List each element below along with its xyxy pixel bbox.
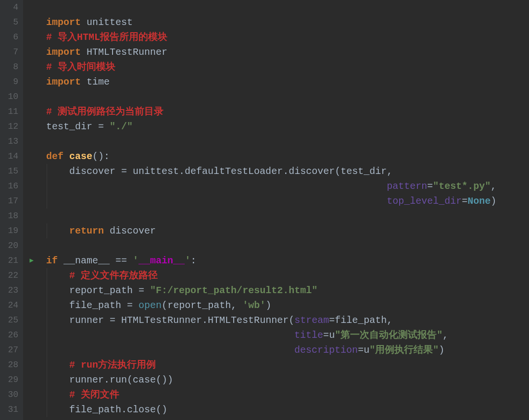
line-number: 18 xyxy=(0,209,23,223)
code-text: # 关闭文件 xyxy=(46,389,119,400)
code-line[interactable]: # 导入时间模块 xyxy=(46,60,529,74)
code-line[interactable]: runner.run(case()) xyxy=(46,372,529,387)
code-text: import time xyxy=(46,76,110,87)
line-number: 4 xyxy=(0,0,23,15)
code-line[interactable]: description=u"用例执行结果") xyxy=(46,343,529,358)
line-number: 14 xyxy=(0,149,23,164)
code-line[interactable]: # 测试用例路径为当前目录 xyxy=(46,104,529,119)
indent-guide xyxy=(47,402,47,417)
code-text: report_path = "F:/report_path/result2.ht… xyxy=(46,285,317,296)
code-text: import unittest xyxy=(46,17,133,28)
line-number: 12 xyxy=(0,119,23,134)
code-text: def case(): xyxy=(46,151,110,162)
line-number: 7 xyxy=(0,45,23,60)
line-number: 31 xyxy=(0,402,23,417)
line-number: 6 xyxy=(0,30,23,45)
indent-guide xyxy=(47,164,47,179)
indent-guide xyxy=(47,313,47,328)
line-number: 15 xyxy=(0,164,23,179)
code-line[interactable]: # run方法执行用例 xyxy=(46,358,529,372)
code-text: # run方法执行用例 xyxy=(46,359,156,371)
line-number: 21 xyxy=(0,253,23,268)
indent-guide xyxy=(47,328,47,343)
code-text: if __name__ == '__main__': xyxy=(46,255,196,266)
code-line[interactable] xyxy=(46,0,529,15)
code-text: title=u"第一次自动化测试报告", xyxy=(46,330,448,341)
code-text: # 导入HTML报告所用的模块 xyxy=(46,32,167,43)
code-line[interactable]: # 导入HTML报告所用的模块 xyxy=(46,30,529,45)
line-number: 25 xyxy=(0,313,23,328)
line-number: 23 xyxy=(0,283,23,298)
indent-guide xyxy=(47,283,47,298)
code-line[interactable] xyxy=(46,134,529,149)
indent-guide xyxy=(47,358,47,372)
line-number: 28 xyxy=(0,358,23,372)
line-number: 10 xyxy=(0,89,23,104)
indent-guide xyxy=(47,343,47,358)
line-number: 29 xyxy=(0,372,23,387)
indent-guide xyxy=(47,268,47,283)
line-number: 27 xyxy=(0,343,23,358)
code-line[interactable] xyxy=(46,209,529,223)
code-text: top_level_dir=None) xyxy=(46,196,496,207)
code-text: return discover xyxy=(46,225,156,236)
code-text: discover = unittest.defaultTestLoader.di… xyxy=(46,166,392,177)
code-text: file_path.close() xyxy=(46,404,167,415)
code-line[interactable]: test_dir = "./" xyxy=(46,119,529,134)
code-line[interactable]: import time xyxy=(46,74,529,89)
code-line[interactable]: file_path = open(report_path, 'wb') xyxy=(46,298,529,313)
indent-guide xyxy=(47,179,47,194)
line-number: 20 xyxy=(0,238,23,253)
code-line[interactable]: runner = HTMLTestRunner.HTMLTestRunner(s… xyxy=(46,313,529,328)
line-number: 19 xyxy=(0,223,23,238)
indent-guide xyxy=(47,372,47,387)
code-line[interactable]: pattern="test*.py", xyxy=(46,179,529,194)
line-number: 22 xyxy=(0,268,23,283)
code-text: description=u"用例执行结果") xyxy=(46,345,444,356)
line-number: 9 xyxy=(0,74,23,89)
code-line[interactable]: # 定义文件存放路径 xyxy=(46,268,529,283)
code-line[interactable]: discover = unittest.defaultTestLoader.di… xyxy=(46,164,529,179)
line-number: 8 xyxy=(0,60,23,74)
code-line[interactable]: # 关闭文件 xyxy=(46,387,529,402)
line-number: 5 xyxy=(0,15,23,30)
code-line[interactable]: file_path.close() xyxy=(46,402,529,417)
code-text: test_dir = "./" xyxy=(46,121,133,132)
code-text: import HTMLTestRunner xyxy=(46,47,167,58)
code-line[interactable] xyxy=(46,238,529,253)
code-line[interactable]: if __name__ == '__main__': xyxy=(46,253,529,268)
code-line[interactable]: import unittest xyxy=(46,15,529,30)
code-line[interactable]: return discover xyxy=(46,223,529,238)
code-text: pattern="test*.py", xyxy=(46,181,496,192)
indent-guide xyxy=(47,194,47,209)
line-number: 16 xyxy=(0,179,23,194)
code-line[interactable]: top_level_dir=None) xyxy=(46,194,529,209)
line-number: 17 xyxy=(0,194,23,209)
code-text: # 测试用例路径为当前目录 xyxy=(46,106,164,117)
line-number: 30 xyxy=(0,387,23,402)
code-line[interactable]: report_path = "F:/report_path/result2.ht… xyxy=(46,283,529,298)
code-line[interactable]: title=u"第一次自动化测试报告", xyxy=(46,328,529,343)
code-text: # 导入时间模块 xyxy=(46,62,115,73)
code-text: runner = HTMLTestRunner.HTMLTestRunner(s… xyxy=(46,315,392,326)
line-number: 11 xyxy=(0,104,23,119)
line-number: 26 xyxy=(0,328,23,343)
indent-guide xyxy=(47,298,47,313)
code-text: # 定义文件存放路径 xyxy=(46,270,158,281)
code-line[interactable] xyxy=(46,89,529,104)
indent-guide xyxy=(47,223,47,238)
code-content[interactable]: import unittest# 导入HTML报告所用的模块import HTM… xyxy=(23,0,529,420)
code-editor[interactable]: 4567891011121314151617181920212223242526… xyxy=(0,0,529,420)
code-text: file_path = open(report_path, 'wb') xyxy=(46,300,271,311)
code-line[interactable]: def case(): xyxy=(46,149,529,164)
indent-guide xyxy=(47,387,47,402)
line-number: 24 xyxy=(0,298,23,313)
line-number: 13 xyxy=(0,134,23,149)
code-line[interactable]: import HTMLTestRunner xyxy=(46,45,529,60)
line-number-gutter: 4567891011121314151617181920212223242526… xyxy=(0,0,23,420)
code-text: runner.run(case()) xyxy=(46,374,173,385)
